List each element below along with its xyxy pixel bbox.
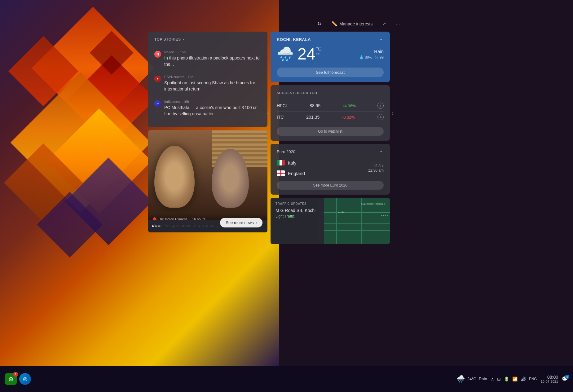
go-to-watchlist-button[interactable]: Go to watchlist <box>277 127 384 136</box>
top-stories-label: TOP STORIES <box>154 37 181 42</box>
taskbar-weather-icon: 🌧️ <box>456 375 465 383</box>
stocks-next-button[interactable]: › <box>392 110 394 116</box>
weather-location: KOCHI, KERALA <box>277 37 311 42</box>
stock-change-itc: -0.32% <box>342 115 355 120</box>
stock-add-itc-button[interactable]: + <box>377 114 384 120</box>
news-item-2-source: ESPNcricinfo · 16h <box>164 75 261 79</box>
nav-dot-2 <box>155 225 157 227</box>
weather-left: 🌧️ 24 °C °F <box>277 46 322 62</box>
map-background: Kochi Gautham Hospital H Palace <box>318 198 390 244</box>
stocks-more-button[interactable]: ··· <box>380 90 384 96</box>
map-road-1 <box>318 212 390 213</box>
notification-count-badge: 6 <box>565 375 569 379</box>
stock-name-hfcl: HFCL <box>277 103 288 108</box>
weather-condition: Rain <box>359 49 384 54</box>
weather-right: Rain 💧 89% 🌬 99 <box>359 49 384 59</box>
stock-row-hfcl: HFCL 88.95 +4.96% + <box>277 100 384 112</box>
chevron-up-icon[interactable]: ∧ <box>491 377 494 381</box>
stocks-section-label: SUGGESTED FOR YOU <box>277 91 317 95</box>
taskbar-right: 🌧️ 24°C Rain ∧ ⊟ 🔋 📶 🔊 ENG 08:00 10-07-2… <box>456 375 568 383</box>
traffic-status: Light Traffic <box>275 214 319 218</box>
teams: Italy England <box>277 159 305 177</box>
news-item-1-title: In this photo illustration a padlock app… <box>164 55 261 67</box>
euro2020-card: Euro 2020 ··· Italy England <box>271 144 390 195</box>
system-tray: ∧ ⊟ 🔋 📶 🔊 ENG <box>491 377 537 381</box>
see-more-news-label: See more news <box>226 220 253 225</box>
expand-icon: ⤢ <box>382 21 386 26</box>
taskbar-weather-temp: 24°C <box>467 377 476 381</box>
map-road-4 <box>336 198 337 244</box>
taskview-icon[interactable]: ⊟ <box>497 377 501 381</box>
ellipsis-icon: ··· <box>396 21 400 26</box>
photo-story-card[interactable]: The Indian Express · 16 hours Ajay Devgn… <box>148 130 267 232</box>
weather-more-button[interactable]: ··· <box>380 37 384 42</box>
weather-temp-display: 24 °C °F <box>298 46 322 62</box>
team-row-italy: Italy <box>277 159 305 167</box>
map-label-kochi: Kochi <box>337 211 345 214</box>
battery-icon[interactable]: 🔋 <box>504 377 509 381</box>
manage-interests-button[interactable]: ✏️ Manage interests <box>329 20 375 28</box>
news-panel: ↻ ✏️ Manage interests ⤢ ··· TOP STORIES … <box>148 17 402 367</box>
map-label-hospital: Gautham Hospital H <box>361 202 386 205</box>
news-item-1[interactable]: N News18 · 15h In this photo illustratio… <box>154 46 261 71</box>
team-name-england: England <box>288 171 305 176</box>
notification-center-button[interactable]: 💬 6 <box>562 376 568 382</box>
weather-humidity: 💧 89% <box>359 55 372 59</box>
weather-icon: 🌧️ <box>277 46 294 62</box>
taskbar-weather[interactable]: 🌧️ 24°C Rain <box>456 375 487 383</box>
refresh-button[interactable]: ↻ <box>315 20 324 28</box>
news-item-1-content: News18 · 15h In this photo illustration … <box>164 50 261 67</box>
weather-card: KOCHI, KERALA ··· 🌧️ 24 °C °F <box>271 32 390 82</box>
news-item-2[interactable]: E ESPNcricinfo · 16h Spotlight on fast-s… <box>154 71 261 96</box>
see-more-euro2020-button[interactable]: See more Euro 2020 <box>277 181 384 190</box>
stock-add-hfcl-button[interactable]: + <box>377 103 384 109</box>
euro2020-header: Euro 2020 ··· <box>277 149 384 154</box>
map-area[interactable]: Kochi Gautham Hospital H Palace <box>318 198 390 244</box>
cortana-taskbar-icon[interactable]: ◎ <box>19 373 31 385</box>
italy-flag-icon <box>277 160 285 165</box>
news-item-2-content: ESPNcricinfo · 16h Spotlight on fast-sco… <box>164 75 261 92</box>
volume-icon[interactable]: 🔊 <box>521 377 526 381</box>
traffic-info: TRAFFIC UPDATES M G Road SB, Kochi Light… <box>271 198 324 244</box>
map-label-palace: Palace <box>381 214 388 217</box>
traffic-card: TRAFFIC UPDATES M G Road SB, Kochi Light… <box>271 198 390 244</box>
fahrenheit-unit: °F <box>316 52 322 57</box>
traffic-road: M G Road SB, Kochi <box>275 208 319 213</box>
more-options-button[interactable]: ··· <box>394 20 402 28</box>
expand-button[interactable]: ⤢ <box>380 20 389 28</box>
panel-header: ↻ ✏️ Manage interests ⤢ ··· <box>148 17 402 32</box>
top-stories-card: TOP STORIES › N News18 · 15h In this <box>148 32 267 127</box>
stock-price-itc: 201.35 <box>306 115 320 120</box>
england-flag-icon <box>277 170 285 176</box>
news-item-3-title: PC Musthafa — a coolie's son who built ₹… <box>164 105 261 117</box>
news-item-1-source: News18 · 15h <box>164 50 261 54</box>
taskbar: ⊕ 1 ◎ 🌧️ 24°C Rain ∧ ⊟ 🔋 📶 🔊 ENG 08:00 1… <box>0 366 573 392</box>
news-item-3[interactable]: IT Indiatimes · 16h PC Musthafa — a cool… <box>154 96 261 121</box>
team-row-england: England <box>277 169 305 177</box>
nav-dot-1 <box>152 225 154 227</box>
arrow-right-icon: › <box>256 220 257 225</box>
manage-interests-label: Manage interests <box>339 21 372 26</box>
clock-time: 08:00 <box>541 375 558 380</box>
weather-wind: 🌬 99 <box>375 55 384 59</box>
stocks-prev-button[interactable]: ‹ <box>267 110 269 116</box>
news-item-3-source: Indiatimes · 16h <box>164 100 261 104</box>
blinds-decoration <box>212 130 267 167</box>
dot-navigation <box>152 225 160 227</box>
xbox-notification-badge: 1 <box>13 372 18 377</box>
left-column: TOP STORIES › N News18 · 15h In this <box>148 32 267 363</box>
clock-date: 10-07-2021 <box>541 380 558 383</box>
euro2020-more-button[interactable]: ··· <box>380 149 384 154</box>
team-name-italy: Italy <box>288 160 297 165</box>
clock[interactable]: 08:00 10-07-2021 <box>541 375 558 383</box>
traffic-title: TRAFFIC UPDATES <box>275 202 319 205</box>
language-indicator[interactable]: ENG <box>529 377 537 381</box>
stocks-card: ‹ › SUGGESTED FOR YOU ··· HFCL 88.95 +4.… <box>271 85 390 141</box>
refresh-icon: ↻ <box>317 21 321 27</box>
news-item-2-title: Spotlight on fast-scoring Shaw as he bra… <box>164 80 261 92</box>
wifi-icon[interactable]: 📶 <box>512 377 518 381</box>
xbox-taskbar-icon[interactable]: ⊕ 1 <box>5 373 17 385</box>
see-full-forecast-button[interactable]: See full forecast <box>277 68 384 77</box>
match-info: Italy England 12 Jul 12:30 am <box>277 159 384 177</box>
see-more-news-button[interactable]: See more news › <box>220 218 262 227</box>
